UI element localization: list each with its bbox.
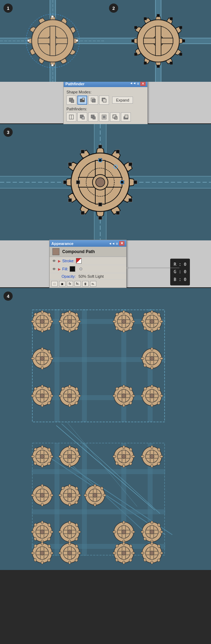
appearance-title: Appearance bbox=[51, 241, 73, 246]
shape-exclude-btn[interactable] bbox=[99, 96, 109, 105]
rgb-r: R : 0 bbox=[174, 260, 186, 268]
svg-rect-39 bbox=[157, 65, 160, 68]
shape-minus-btn[interactable] bbox=[77, 96, 87, 105]
step2-panel: 2 bbox=[106, 0, 211, 82]
step3-illustration bbox=[0, 124, 211, 240]
svg-rect-85 bbox=[134, 180, 137, 184]
svg-point-102 bbox=[127, 267, 129, 269]
pf-crop-btn[interactable] bbox=[99, 112, 109, 122]
fill-circle-connector bbox=[79, 268, 82, 270]
svg-rect-38 bbox=[170, 62, 173, 65]
svg-point-182 bbox=[68, 454, 72, 459]
fx-btn2[interactable]: fx. bbox=[75, 281, 81, 287]
stroke-arrow-icon: ▶ bbox=[58, 259, 61, 263]
new-item-btn[interactable]: fx. bbox=[90, 281, 96, 287]
step1-number: 1 bbox=[4, 4, 13, 13]
svg-point-242 bbox=[122, 551, 126, 555]
compound-path-color-box bbox=[52, 248, 59, 255]
opacity-value: 50% Soft Light bbox=[78, 274, 104, 278]
appearance-double-arrow[interactable]: ◄◄ bbox=[109, 242, 115, 245]
svg-rect-90 bbox=[68, 198, 72, 202]
pathfinder-window: Pathfinder ◄◄ ≡ ✕ Shape Modes: bbox=[63, 80, 148, 125]
svg-point-177 bbox=[40, 454, 44, 459]
svg-rect-103 bbox=[0, 288, 211, 570]
svg-rect-92 bbox=[68, 162, 72, 166]
expand-button[interactable]: Expand bbox=[112, 97, 133, 104]
svg-rect-40 bbox=[144, 62, 147, 65]
delete-btn[interactable]: 🗑 bbox=[82, 281, 89, 287]
step2-illustration bbox=[106, 0, 211, 82]
svg-rect-46 bbox=[71, 100, 74, 103]
appearance-close-btn[interactable]: ✕ bbox=[119, 241, 124, 246]
svg-point-159 bbox=[122, 394, 126, 398]
stroke-color-swatch[interactable] bbox=[76, 258, 82, 264]
svg-point-154 bbox=[68, 394, 72, 398]
svg-rect-111 bbox=[82, 309, 87, 422]
rgb-g: G : 0 bbox=[174, 268, 186, 276]
stroke-visibility-icon[interactable]: 👁 bbox=[52, 258, 57, 263]
new-effect-btn[interactable]: ▣ bbox=[59, 281, 65, 287]
stroke-row: 👁 ▶ Stroke: bbox=[50, 257, 126, 265]
svg-rect-84 bbox=[129, 162, 132, 166]
pf-divide-btn[interactable] bbox=[66, 112, 76, 122]
svg-rect-83 bbox=[116, 150, 120, 153]
svg-rect-17 bbox=[51, 16, 53, 18]
pathfinder-double-arrow[interactable]: ◄◄ bbox=[130, 81, 136, 86]
pf-merge-btn[interactable] bbox=[88, 112, 98, 122]
step3-panel: 3 bbox=[0, 124, 211, 240]
pathfinders-label: Pathfinders: bbox=[66, 107, 145, 111]
pathfinder-menu-btn[interactable]: ≡ bbox=[137, 81, 139, 86]
step1-illustration bbox=[0, 0, 106, 82]
step4-number: 4 bbox=[4, 292, 13, 301]
svg-point-247 bbox=[150, 551, 154, 555]
pf-outline-btn[interactable] bbox=[110, 112, 120, 122]
svg-point-164 bbox=[150, 394, 154, 398]
fill-color-swatch[interactable] bbox=[70, 266, 75, 272]
step1-panel: 1 bbox=[0, 0, 106, 82]
stroke-label[interactable]: Stroke: bbox=[62, 259, 75, 263]
svg-rect-42 bbox=[132, 39, 134, 42]
shape-intersect-btn[interactable] bbox=[88, 96, 98, 105]
appearance-section: Appearance ◄◄ ≡ ✕ Compound Path 👁 ▶ Stro… bbox=[0, 240, 211, 288]
shape-unite-btn[interactable] bbox=[66, 96, 76, 105]
svg-point-202 bbox=[68, 493, 72, 497]
svg-rect-32 bbox=[155, 26, 161, 56]
svg-rect-53 bbox=[103, 99, 105, 101]
rgb-b: B : 0 bbox=[174, 276, 186, 283]
svg-rect-82 bbox=[98, 145, 102, 148]
svg-point-187 bbox=[122, 454, 126, 459]
svg-rect-86 bbox=[129, 198, 132, 202]
svg-point-197 bbox=[40, 493, 44, 497]
svg-rect-44 bbox=[144, 17, 147, 20]
appearance-menu-btn[interactable]: ≡ bbox=[116, 241, 118, 246]
svg-rect-91 bbox=[63, 180, 67, 184]
svg-rect-16 bbox=[76, 39, 78, 42]
svg-point-124 bbox=[68, 319, 72, 324]
svg-rect-43 bbox=[134, 26, 137, 29]
pf-minus-back-btn[interactable] bbox=[121, 112, 131, 122]
svg-rect-59 bbox=[93, 117, 95, 119]
step4-panel: 4 bbox=[0, 288, 211, 570]
pf-trim-btn[interactable] bbox=[77, 112, 87, 122]
svg-rect-35 bbox=[179, 26, 182, 29]
fx-btn1[interactable]: fx bbox=[67, 281, 73, 287]
fill-arrow-icon: ▶ bbox=[58, 267, 61, 271]
svg-point-119 bbox=[40, 319, 44, 324]
appearance-window: Appearance ◄◄ ≡ ✕ Compound Path 👁 ▶ Stro… bbox=[49, 240, 127, 288]
svg-point-217 bbox=[68, 530, 72, 534]
svg-rect-48 bbox=[82, 98, 84, 100]
compound-path-label: Compound Path bbox=[62, 249, 95, 254]
svg-rect-94 bbox=[76, 180, 80, 184]
svg-point-237 bbox=[68, 551, 72, 555]
fill-label[interactable]: Fill: bbox=[62, 267, 68, 271]
svg-rect-50 bbox=[92, 99, 95, 102]
svg-rect-167 bbox=[32, 509, 165, 514]
appearance-bottom-bar: □ ▣ fx fx. 🗑 fx. bbox=[50, 280, 126, 288]
fill-visibility-icon[interactable]: 👁 bbox=[52, 266, 57, 271]
svg-rect-33 bbox=[157, 14, 160, 17]
pathfinder-close-btn[interactable]: ✕ bbox=[140, 81, 146, 86]
svg-rect-87 bbox=[116, 211, 120, 215]
new-art-brush-btn[interactable]: □ bbox=[51, 281, 58, 287]
svg-point-139 bbox=[40, 356, 44, 361]
svg-point-144 bbox=[150, 356, 154, 361]
